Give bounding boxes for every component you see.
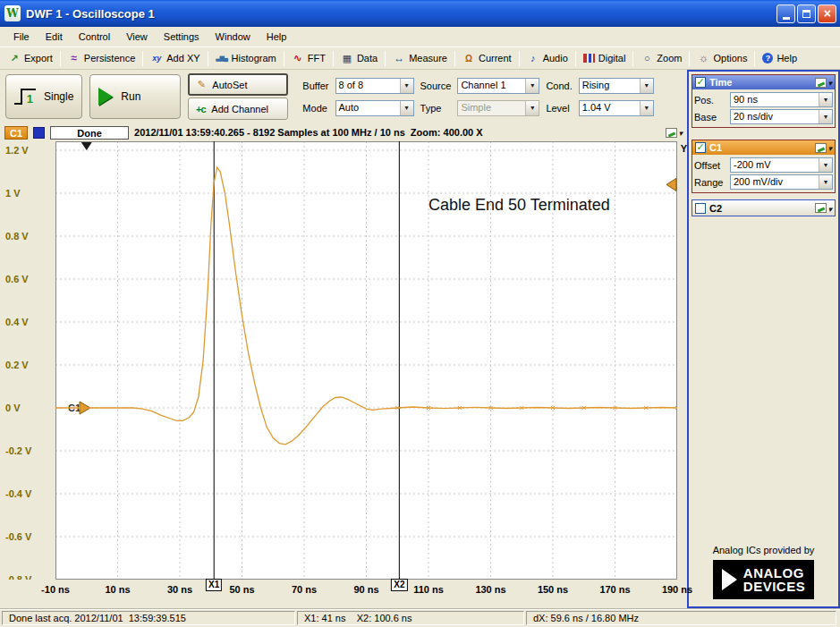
menu-item-edit[interactable]: Edit	[38, 29, 71, 45]
field-label-level: Level	[546, 103, 572, 114]
menu-bar: FileEditControlViewSettingsWindowHelp	[0, 27, 840, 47]
close-button[interactable]	[818, 4, 836, 23]
dropdown-arrow-icon[interactable]	[400, 79, 413, 93]
toolbar-button-persistence[interactable]: Persistence	[64, 51, 140, 66]
toolbar-button-label: Digital	[598, 53, 626, 64]
combo-pos[interactable]: 90 ns	[730, 92, 833, 107]
zoom-icon	[641, 53, 653, 64]
combo-range[interactable]: 200 mV/div	[730, 174, 833, 190]
combo-base[interactable]: 20 ns/div	[730, 109, 833, 124]
chevron-down-icon	[827, 142, 832, 153]
time-panel-header: Time	[692, 75, 835, 89]
toolbar: ExportPersistenceAdd XYHistogramFFTDataM…	[0, 47, 840, 70]
menu-item-settings[interactable]: Settings	[156, 29, 208, 45]
time-panel: Time Pos.90 nsBase20 ns/div	[692, 74, 836, 128]
x-axis: -10 ns10 ns30 ns50 ns70 ns90 ns110 ns130…	[0, 580, 687, 599]
cursor-flag-x2[interactable]: X2	[391, 579, 407, 591]
toolbar-button-label: Histogram	[232, 53, 276, 64]
combo-buffer[interactable]: 8 of 8	[335, 78, 414, 94]
y-axis-label: -0.4 V	[5, 488, 31, 499]
toolbar-button-options[interactable]: Options	[692, 51, 751, 66]
c1-panel: C1 Offset-200 mVRange200 mV/div	[692, 140, 836, 193]
dropdown-arrow-icon[interactable]	[640, 101, 653, 115]
combo-offset[interactable]: -200 mV	[730, 157, 833, 173]
toolbar-button-add-xy[interactable]: Add XY	[146, 51, 204, 66]
time-panel-menu-button[interactable]	[815, 77, 832, 88]
panel-row-offset: Offset-200 mV	[694, 157, 833, 174]
autoset-button[interactable]: AutoSet	[188, 73, 288, 96]
cursor-flag-x1[interactable]: X1	[206, 579, 222, 591]
x-axis-label: -10 ns	[41, 584, 70, 595]
add-channel-button[interactable]: Add Channel	[188, 97, 288, 120]
panel-row-range: Range200 mV/div	[694, 174, 833, 191]
channel-tab-c1[interactable]: C1	[4, 126, 28, 140]
dropdown-arrow-icon[interactable]	[640, 79, 653, 93]
c1-panel-menu-button[interactable]	[815, 142, 832, 153]
time-checkbox[interactable]	[695, 77, 706, 88]
menu-item-control[interactable]: Control	[71, 29, 118, 45]
combo-cond[interactable]: Rising	[579, 78, 654, 94]
plot-header: C1 Done 2012/11/01 13:59:40.265 - 8192 S…	[0, 123, 687, 141]
combo-mode[interactable]: Auto	[335, 100, 414, 116]
c1-panel-header: C1	[692, 140, 835, 155]
c1-panel-title: C1	[709, 142, 811, 153]
toolbar-button-label: Help	[776, 53, 797, 64]
dropdown-arrow-icon[interactable]	[819, 175, 832, 189]
toolbar-button-zoom[interactable]: Zoom	[636, 51, 686, 66]
toolbar-button-histogram[interactable]: Histogram	[211, 51, 281, 66]
menu-item-view[interactable]: View	[118, 29, 156, 45]
minimize-button[interactable]	[776, 4, 795, 23]
menu-item-window[interactable]: Window	[208, 29, 259, 45]
menu-item-help[interactable]: Help	[259, 29, 295, 45]
toolbar-button-data[interactable]: Data	[336, 51, 382, 66]
dropdown-arrow-icon[interactable]	[400, 101, 413, 115]
dropdown-arrow-icon[interactable]	[819, 93, 832, 106]
toolbar-button-help[interactable]: Help	[758, 51, 802, 65]
adi-logo: ANALOG DEVICES	[713, 560, 814, 599]
maximize-button[interactable]	[797, 4, 816, 23]
status-delta: dX: 59.6 ns / 16.80 MHz	[526, 611, 836, 625]
control-bar: Single Run AutoSet Add Channel B	[0, 70, 687, 123]
dropdown-arrow-icon[interactable]	[819, 110, 832, 123]
dropdown-arrow-icon[interactable]	[819, 158, 832, 172]
export-icon	[8, 53, 21, 64]
toolbar-button-label: Data	[357, 53, 378, 64]
c2-panel: C2	[692, 199, 836, 216]
menu-item-file[interactable]: File	[5, 29, 38, 45]
toolbar-button-export[interactable]: Export	[4, 51, 57, 66]
combo-value: Auto	[336, 101, 400, 115]
toolbar-button-audio[interactable]: Audio	[522, 51, 573, 66]
plot-menu-button[interactable]	[666, 127, 683, 138]
c1-rows: Offset-200 mVRange200 mV/div	[692, 155, 835, 192]
status-cursor-values: X1: 41 ns X2: 100.6 ns	[297, 611, 524, 625]
add-channel-label: Add Channel	[211, 104, 268, 114]
toolbar-separator	[454, 51, 455, 66]
toolbar-button-current[interactable]: Current	[458, 51, 516, 66]
c2-panel-menu-button[interactable]	[815, 203, 832, 214]
adi-triangle-icon	[722, 569, 737, 590]
plot-area: 1.2 V1 V0.8 V0.6 V0.4 V0.2 V0 V-0.2 V-0.…	[0, 141, 687, 580]
caption-buttons	[775, 4, 836, 23]
status-bar: Done last acq. 2012/11/01 13:59:39.515 X…	[0, 608, 840, 627]
toolbar-button-digital[interactable]: Digital	[579, 51, 631, 65]
combo-source[interactable]: Channel 1	[457, 78, 539, 94]
single-button[interactable]: Single	[5, 74, 82, 119]
toolbar-button-measure[interactable]: Measure	[388, 51, 452, 66]
toolbar-separator	[142, 51, 143, 66]
waveform-plot[interactable]: C1Cable End 50 Terminated	[55, 141, 677, 580]
c1-checkbox[interactable]	[695, 142, 706, 153]
x-axis-label: 30 ns	[167, 584, 192, 595]
c2-checkbox[interactable]	[695, 203, 706, 214]
chart-icon	[815, 203, 827, 213]
y-cursors-button[interactable]: Y	[681, 143, 687, 154]
dropdown-arrow-icon[interactable]	[525, 79, 539, 93]
x-axis-label: 190 ns	[662, 584, 692, 595]
combo-level[interactable]: 1.04 V	[579, 100, 654, 116]
window-title: DWF 1 - Oscilloscope 1	[26, 7, 775, 21]
channel-tab-c2[interactable]	[33, 127, 45, 139]
toolbar-button-fft[interactable]: FFT	[287, 51, 330, 66]
run-button[interactable]: Run	[89, 74, 181, 119]
field-label-type: Type	[420, 103, 452, 114]
data-icon	[341, 53, 353, 64]
chevron-down-icon	[677, 127, 683, 138]
